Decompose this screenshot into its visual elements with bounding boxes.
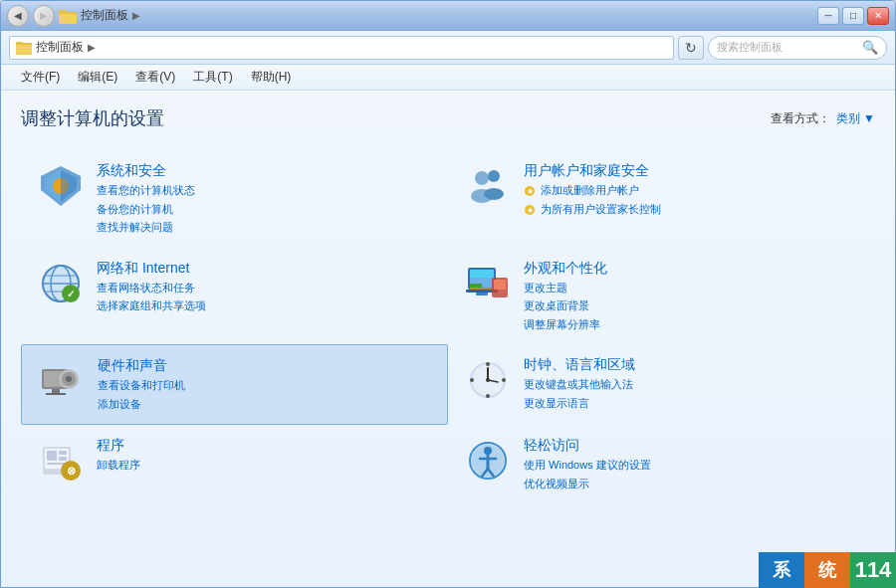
svg-point-39: [66, 376, 72, 382]
svg-point-10: [475, 171, 489, 185]
network-internet-link-0[interactable]: 查看网络状态和任务: [97, 280, 206, 296]
svg-rect-40: [52, 389, 60, 393]
appearance-link-2[interactable]: 调整屏幕分辨率: [524, 316, 607, 333]
accessibility-link-1[interactable]: 优化视频显示: [524, 476, 651, 492]
svg-text:⊗: ⊗: [67, 465, 76, 477]
hardware-sound-icon: [38, 357, 86, 405]
address-bar[interactable]: 控制面板 ▶: [9, 36, 674, 60]
network-internet-link-1[interactable]: 选择家庭组和共享选项: [97, 297, 206, 314]
clock-language-link-0[interactable]: 更改键盘或其他输入法: [524, 376, 635, 393]
svg-rect-41: [46, 393, 66, 395]
page-title: 调整计算机的设置: [21, 106, 164, 130]
svg-rect-1: [59, 14, 77, 24]
appearance-item[interactable]: 外观和个性化 更改主题 更改桌面背景 调整屏幕分辨率: [448, 248, 875, 345]
accessibility-title[interactable]: 轻松访问: [524, 437, 651, 455]
search-icon[interactable]: 🔍: [862, 40, 878, 55]
folder-icon: [59, 7, 77, 25]
user-accounts-link-1[interactable]: ★ 为所有用户设置家长控制: [524, 201, 661, 218]
maximize-button[interactable]: □: [842, 7, 864, 25]
system-security-link-2[interactable]: 查找并解决问题: [97, 219, 195, 236]
navigation-bar: 控制面板 ▶ ↻ 搜索控制面板 🔍: [1, 31, 895, 65]
search-bar[interactable]: 搜索控制面板 🔍: [708, 36, 887, 60]
watermark-block-3: 114: [850, 552, 896, 588]
watermark-block-2: 统: [804, 552, 850, 588]
svg-point-48: [486, 394, 490, 398]
accessibility-item[interactable]: 轻松访问 使用 Windows 建议的设置 优化视频显示: [448, 425, 875, 503]
clock-language-title[interactable]: 时钟、语言和区域: [524, 356, 635, 374]
back-button[interactable]: ◀: [7, 5, 29, 27]
svg-point-12: [488, 170, 500, 182]
programs-text: 程序 卸载程序: [97, 437, 140, 474]
hardware-sound-item[interactable]: 硬件和声音 查看设备和打印机 添加设备: [21, 344, 448, 425]
system-security-link-0[interactable]: 查看您的计算机状态: [97, 182, 195, 199]
appearance-icon: [464, 260, 512, 307]
system-security-text: 系统和安全 查看您的计算机状态 备份您的计算机 查找并解决问题: [97, 162, 195, 236]
menu-view[interactable]: 查看(V): [127, 67, 183, 88]
menu-bar: 文件(F) 编辑(E) 查看(V) 工具(T) 帮助(H): [1, 65, 895, 91]
svg-rect-32: [476, 293, 488, 295]
accessibility-link-0[interactable]: 使用 Windows 建议的设置: [524, 457, 651, 474]
system-security-item[interactable]: 系统和安全 查看您的计算机状态 备份您的计算机 查找并解决问题: [21, 150, 448, 248]
menu-edit[interactable]: 编辑(E): [70, 67, 125, 88]
view-mode-dropdown[interactable]: 类别 ▼: [836, 110, 875, 127]
user-accounts-title[interactable]: 用户帐户和家庭安全: [524, 162, 661, 180]
user-accounts-icon: [464, 162, 512, 210]
hardware-sound-text: 硬件和声音 查看设备和打印机 添加设备: [98, 357, 185, 412]
forward-button[interactable]: ▶: [33, 5, 55, 27]
programs-link-0[interactable]: 卸载程序: [97, 457, 140, 474]
appearance-text: 外观和个性化 更改主题 更改桌面背景 调整屏幕分辨率: [524, 260, 607, 333]
svg-point-50: [502, 378, 506, 382]
hardware-sound-title[interactable]: 硬件和声音: [98, 357, 185, 375]
svg-rect-5: [16, 42, 23, 45]
network-internet-text: 网络和 Internet 查看网络状态和任务 选择家庭组和共享选项: [97, 260, 206, 314]
appearance-link-1[interactable]: 更改桌面背景: [524, 297, 607, 314]
system-security-title[interactable]: 系统和安全: [97, 162, 195, 180]
address-arrow: ▶: [88, 42, 96, 53]
svg-text:★: ★: [527, 187, 534, 196]
appearance-link-0[interactable]: 更改主题: [524, 280, 607, 296]
hardware-sound-link-1[interactable]: 添加设备: [98, 396, 185, 413]
menu-file[interactable]: 文件(F): [13, 67, 68, 88]
menu-help[interactable]: 帮助(H): [243, 67, 300, 88]
view-selector: 查看方式： 类别 ▼: [771, 110, 875, 127]
svg-rect-55: [59, 457, 67, 461]
breadcrumb-arrow-title: ▶: [132, 10, 140, 21]
refresh-button[interactable]: ↻: [678, 36, 704, 60]
svg-rect-34: [494, 280, 506, 290]
svg-point-47: [486, 362, 490, 366]
clock-language-icon: [464, 356, 512, 404]
programs-icon: ⊗: [37, 437, 85, 485]
hardware-sound-link-0[interactable]: 查看设备和打印机: [98, 377, 185, 394]
minimize-button[interactable]: ─: [817, 7, 839, 25]
main-window: ◀ ▶ 控制面板 ▶ ─ □ ✕ 控制面板: [0, 0, 896, 588]
svg-rect-2: [59, 10, 67, 14]
svg-rect-29: [470, 284, 482, 288]
programs-item[interactable]: ⊗ 程序 卸载程序: [21, 425, 448, 503]
svg-rect-28: [470, 270, 494, 278]
content-area: 调整计算机的设置 查看方式： 类别 ▼ 系统和安全: [1, 91, 895, 587]
programs-title[interactable]: 程序: [97, 437, 140, 455]
clock-language-item[interactable]: 时钟、语言和区域 更改键盘或其他输入法 更改显示语言: [448, 344, 875, 425]
clock-language-link-1[interactable]: 更改显示语言: [524, 395, 635, 412]
address-text: 控制面板: [36, 39, 84, 56]
system-security-link-1[interactable]: 备份您的计算机: [97, 201, 195, 218]
network-internet-item[interactable]: ✓ 网络和 Internet 查看网络状态和任务 选择家庭组和共享选项: [21, 248, 448, 345]
menu-tools[interactable]: 工具(T): [185, 67, 240, 88]
control-panel-grid: 系统和安全 查看您的计算机状态 备份您的计算机 查找并解决问题: [21, 150, 875, 503]
title-bar-left: ◀ ▶ 控制面板 ▶: [7, 5, 140, 27]
network-internet-title[interactable]: 网络和 Internet: [97, 260, 206, 278]
user-accounts-link-0[interactable]: ★ 添加或删除用户帐户: [524, 182, 661, 199]
search-text: 搜索控制面板: [717, 40, 783, 55]
watermark-block-1: 系: [759, 552, 804, 588]
accessibility-icon: [464, 437, 512, 485]
close-button[interactable]: ✕: [867, 7, 889, 25]
svg-rect-53: [47, 451, 57, 461]
appearance-title[interactable]: 外观和个性化: [524, 260, 607, 278]
folder-nav-icon: [16, 40, 32, 56]
network-internet-icon: ✓: [37, 260, 85, 307]
svg-rect-54: [59, 451, 67, 455]
breadcrumb-title: 控制面板: [81, 7, 128, 24]
view-label: 查看方式：: [771, 110, 830, 127]
svg-rect-30: [470, 288, 494, 290]
user-accounts-item[interactable]: 用户帐户和家庭安全 ★ 添加或删除用户帐户 ★ 为所有用户设置家长控制: [448, 150, 875, 248]
